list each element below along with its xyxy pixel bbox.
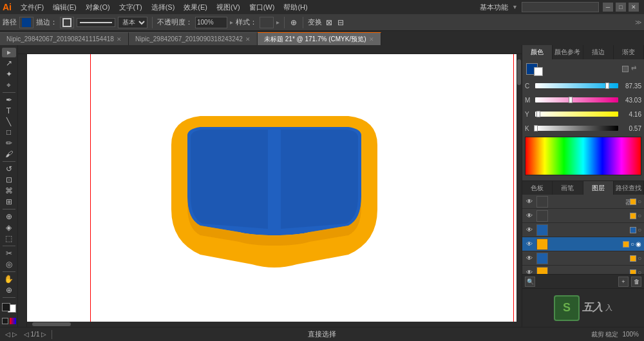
tab-color[interactable]: 颜色 (522, 45, 553, 59)
layer-visibility-icon[interactable]: 👁 (525, 211, 534, 220)
eraser-tool[interactable]: ◎ (2, 259, 16, 269)
live-paint-tool[interactable]: ◈ (2, 223, 16, 233)
maximize-button[interactable]: □ (616, 3, 626, 12)
menu-effect[interactable]: 效果(E) (180, 1, 211, 14)
k-value: 0.57 (621, 125, 641, 132)
transform-icon[interactable]: ⊠ (325, 18, 334, 27)
tab-2-close[interactable]: ✕ (245, 36, 251, 43)
layer-search-button[interactable]: 🔍 (525, 277, 535, 287)
warp-tool[interactable]: ⌘ (2, 186, 16, 196)
line-tool[interactable]: ╲ (2, 117, 16, 126)
menu-window[interactable]: 窗口(W) (245, 1, 279, 14)
close-button[interactable]: ✕ (629, 3, 639, 12)
minimize-button[interactable]: ─ (603, 3, 613, 12)
magic-wand-tool[interactable]: ✦ (2, 70, 16, 79)
layer-lock-icon[interactable]: ○ (638, 198, 641, 205)
layer-visibility-icon[interactable]: 👁 (525, 197, 534, 206)
menu-select[interactable]: 选择(S) (147, 1, 179, 14)
status-separator (52, 330, 52, 339)
tool-name-status: 直接选择 (308, 329, 336, 339)
tab-2[interactable]: Nipic_29842067_20190903182432423000.ai @… (129, 32, 258, 45)
layer-lock-icon[interactable]: ○ (638, 226, 641, 233)
tab-3-close[interactable]: ✕ (369, 36, 374, 43)
none-icon[interactable] (2, 318, 8, 324)
layer-item[interactable]: 👁 ○ (522, 266, 644, 274)
layer-visibility-icon[interactable]: 👁 (525, 268, 534, 275)
tab-pathfinder[interactable]: 路径查找器 (614, 181, 644, 195)
panel-toggle-icon[interactable]: ≫ (635, 19, 641, 26)
m-slider[interactable] (535, 97, 618, 102)
fill-color-swatch[interactable] (19, 17, 33, 28)
pen-tool[interactable]: ✒ (2, 95, 16, 105)
zoom-tool[interactable]: ⊕ (2, 286, 16, 295)
tab-1[interactable]: Nipic_29842067_20190824111544183000.ai* … (0, 32, 129, 45)
horizontal-scrollbar[interactable] (27, 322, 516, 327)
c-slider[interactable] (535, 83, 618, 88)
stroke-style-select[interactable]: 基本 (118, 17, 147, 28)
opacity-input[interactable] (195, 17, 227, 28)
layer-visibility-icon[interactable]: 👁 (525, 240, 534, 249)
layer-item[interactable]: 👁 ○ (522, 195, 644, 209)
new-layer-button[interactable]: + (618, 277, 629, 287)
layer-lock-icon[interactable]: ○ (638, 255, 641, 262)
scrollbar-thumb-horizontal[interactable] (32, 322, 71, 326)
direct-selection-tool[interactable]: ↗ (2, 59, 16, 68)
lasso-tool[interactable]: ⌖ (2, 80, 16, 90)
layer-item[interactable]: 👁 ○ (522, 251, 644, 266)
menu-view[interactable]: 视图(V) (213, 1, 244, 14)
layer-lock-icon[interactable]: ○ (630, 240, 634, 248)
menu-edit[interactable]: 编辑(E) (49, 1, 80, 14)
style-swatch[interactable] (260, 17, 274, 28)
scrollbar-thumb-vertical[interactable] (517, 59, 521, 85)
shape-builder-tool[interactable]: ⊕ (2, 212, 16, 222)
menu-help[interactable]: 帮助(H) (279, 1, 311, 14)
tab-1-close[interactable]: ✕ (117, 36, 122, 43)
background-color[interactable] (534, 67, 543, 76)
tab-swatches[interactable]: 色板 (522, 181, 553, 195)
layer-item[interactable]: 👁 ○ (522, 209, 644, 223)
layer-item[interactable]: 👁 ○ (522, 223, 644, 237)
menu-type[interactable]: 文字(T) (115, 1, 146, 14)
brush-tool[interactable]: 🖌 (2, 150, 16, 159)
layer-lock-icon[interactable]: ○ (638, 212, 641, 219)
tab-3[interactable]: 未标题 21* @ 171.7% (CMYK/预览) ✕ (258, 32, 381, 45)
stroke-color-swatch[interactable] (60, 17, 74, 28)
color-spectrum[interactable] (525, 137, 641, 175)
tab-color-ref[interactable]: 颜色参考 (553, 45, 583, 59)
tab-stroke[interactable]: 描边 (583, 45, 614, 59)
artboard-tool[interactable]: ⬚ (2, 233, 16, 243)
opacity-arrow[interactable]: ▸ (230, 19, 233, 26)
layer-visibility-icon[interactable]: 👁 (525, 226, 534, 235)
swap-colors-icon[interactable]: ⇄ (631, 64, 636, 72)
color-swatches[interactable] (2, 303, 16, 313)
free-transform-tool[interactable]: ⊞ (2, 197, 16, 206)
hand-tool[interactable]: ✋ (2, 275, 16, 284)
recolor-icon[interactable]: ⊕ (289, 18, 298, 27)
delete-layer-button[interactable]: 🗑 (631, 277, 641, 287)
y-slider[interactable] (535, 112, 618, 117)
menu-file[interactable]: 文件(F) (17, 1, 48, 14)
gradient-icon[interactable] (10, 318, 16, 324)
tab-brushes[interactable]: 画笔 (553, 181, 583, 195)
no-color-icon[interactable] (622, 66, 629, 72)
canvas-white (27, 54, 522, 327)
canvas-area (18, 45, 522, 327)
tab-gradient[interactable]: 渐变 (614, 45, 644, 59)
scale-tool[interactable]: ⊡ (2, 175, 16, 185)
layer-lock-icon[interactable]: ○ (638, 269, 641, 274)
style-arrow[interactable]: ▸ (276, 19, 279, 26)
k-slider[interactable] (535, 126, 618, 131)
slice-tool[interactable]: ✂ (2, 249, 16, 258)
type-tool[interactable]: T (2, 106, 16, 116)
rect-tool[interactable]: □ (2, 128, 16, 137)
layer-visibility-icon[interactable]: 👁 (525, 254, 534, 263)
arrange-icon[interactable]: ⊟ (336, 18, 345, 27)
rotate-tool[interactable]: ↺ (2, 164, 16, 174)
search-input[interactable] (522, 2, 599, 12)
selection-tool[interactable]: ▸ (2, 48, 16, 57)
vertical-scrollbar[interactable] (516, 54, 522, 327)
layer-item[interactable]: 👁 ○ ◉ (522, 237, 644, 251)
pencil-tool[interactable]: ✏ (2, 139, 16, 148)
menu-object[interactable]: 对象(O) (82, 1, 114, 14)
tab-layers[interactable]: 图层 (583, 181, 614, 195)
